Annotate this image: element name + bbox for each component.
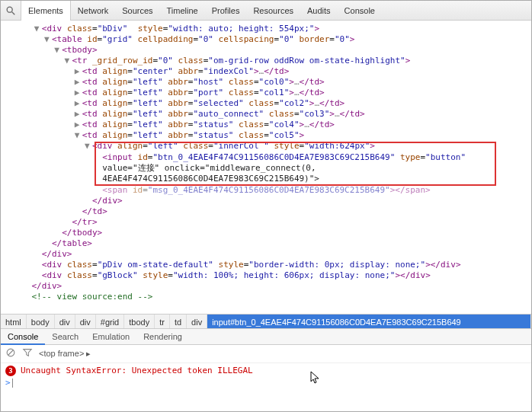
console-toolbar: <top frame> ▸ xyxy=(1,345,531,363)
tab-timeline[interactable]: Timeline xyxy=(160,1,205,21)
tab-network[interactable]: Network xyxy=(71,1,115,21)
drawer-tab-search[interactable]: Search xyxy=(45,329,85,344)
dom-node[interactable]: <span id="msg_0_4EAE4F474C91156086C0D4EA… xyxy=(4,185,531,196)
error-message: Uncaught SyntaxError: Unexpected token I… xyxy=(21,365,253,377)
dom-node[interactable]: </div> xyxy=(4,249,531,260)
dom-node[interactable]: ▼<div align="left" class="innerCol " sty… xyxy=(4,141,531,152)
search-icon[interactable] xyxy=(1,1,21,21)
dom-node[interactable]: ▼<tbody> xyxy=(4,45,531,56)
crumb[interactable]: tr xyxy=(155,315,170,328)
crumb[interactable]: body xyxy=(27,315,55,328)
tab-console[interactable]: Console xyxy=(338,1,382,21)
crumb[interactable]: td xyxy=(170,315,187,328)
drawer-tab-rendering[interactable]: Rendering xyxy=(136,329,189,344)
drawer-tabs: ConsoleSearchEmulationRendering xyxy=(1,329,531,345)
devtools-toolbar: ElementsNetworkSourcesTimelineProfilesRe… xyxy=(1,1,531,21)
dom-node[interactable]: 4EAE4F474C91156086C0D4EA7E983C69C215B649… xyxy=(4,174,531,184)
frame-selector[interactable]: <top frame> ▸ xyxy=(39,349,91,359)
filter-icon[interactable] xyxy=(22,347,33,360)
dom-node[interactable]: ▼<td align="left" abbr="status" class="c… xyxy=(4,130,531,141)
tab-resources[interactable]: Resources xyxy=(246,1,300,21)
dom-node[interactable]: </tbody> xyxy=(4,228,531,238)
dom-node[interactable]: ▶<td align="left" abbr="selected" class=… xyxy=(4,98,531,109)
tab-elements[interactable]: Elements xyxy=(21,1,71,21)
dom-node[interactable]: ▶<td align="left" abbr="port" class="col… xyxy=(4,88,531,98)
dom-node[interactable]: ▶<td align="left" abbr="status" class="c… xyxy=(4,120,531,130)
svg-point-0 xyxy=(7,7,12,12)
console-body: 3 Uncaught SyntaxError: Unexpected token… xyxy=(1,363,531,409)
dom-node[interactable]: <div class="gBlock" style="width: 100%; … xyxy=(4,270,531,281)
dom-node[interactable]: ▶<td align="left" abbr="host" class="col… xyxy=(4,77,531,88)
console-prompt[interactable]: > xyxy=(5,377,527,389)
error-count-badge: 3 xyxy=(5,366,16,376)
dom-node[interactable]: </tr> xyxy=(4,217,531,228)
crumb[interactable]: div xyxy=(187,315,207,328)
crumb[interactable]: div xyxy=(55,315,75,328)
dom-node[interactable]: </div> xyxy=(4,196,531,206)
tab-sources[interactable]: Sources xyxy=(115,1,159,21)
crumb[interactable]: tbody xyxy=(124,315,155,328)
dom-node[interactable]: ▶<td align="left" abbr="auto_connect" cl… xyxy=(4,109,531,120)
dom-node[interactable]: ▼<tr _grid_row_id="0" class="om-grid-row… xyxy=(4,56,531,66)
drawer-tab-console[interactable]: Console xyxy=(1,329,45,345)
crumb[interactable]: html xyxy=(1,315,27,328)
elements-panel: ▼<div class="bDiv" style="width: auto; h… xyxy=(1,21,531,314)
crumb[interactable]: div xyxy=(75,315,96,328)
clear-console-icon[interactable] xyxy=(5,347,16,360)
svg-line-3 xyxy=(8,350,14,356)
dom-node[interactable]: </td> xyxy=(4,206,531,217)
breadcrumb: htmlbodydivdiv#gridtbodytrtddivinput#btn… xyxy=(1,314,531,329)
tab-audits[interactable]: Audits xyxy=(300,1,338,21)
dom-node[interactable]: <input id="btn_0_4EAE4F474C91156086C0D4E… xyxy=(4,152,531,163)
dom-node[interactable]: ▶<td align="center" abbr="indexCol">…</t… xyxy=(4,66,531,77)
dom-node[interactable]: </table> xyxy=(4,238,531,249)
console-error-row[interactable]: 3 Uncaught SyntaxError: Unexpected token… xyxy=(5,365,527,377)
dom-tree[interactable]: ▼<div class="bDiv" style="width: auto; h… xyxy=(1,21,531,314)
dom-node[interactable]: <!-- view source:end --> xyxy=(4,292,531,302)
svg-line-1 xyxy=(12,11,15,14)
crumb-selected[interactable]: input#btn_0_4EAE4F474C91156086C0D4EA7E98… xyxy=(207,315,531,328)
crumb[interactable]: #grid xyxy=(96,315,124,328)
dom-node[interactable]: value="连接" onclick="middleware_connect(0… xyxy=(4,163,531,174)
tab-profiles[interactable]: Profiles xyxy=(205,1,247,21)
dom-node[interactable]: <div class="pDiv om-state-default" style… xyxy=(4,260,531,270)
dom-node[interactable]: ▼<table id="grid" cellpadding="0" cellsp… xyxy=(4,34,531,45)
dom-node[interactable]: </div> xyxy=(4,281,531,292)
drawer-tab-emulation[interactable]: Emulation xyxy=(85,329,136,344)
dom-node[interactable]: ▼<div class="bDiv" style="width: auto; h… xyxy=(4,24,531,34)
